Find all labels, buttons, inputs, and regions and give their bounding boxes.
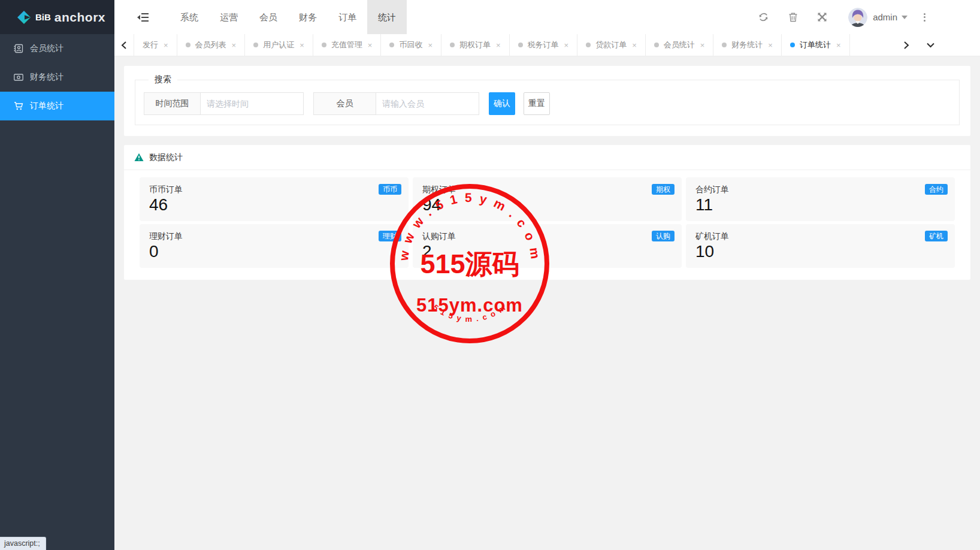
contacts-icon [14,44,23,53]
header: 系统 运营 会员 财务 订单 统计 [114,0,980,34]
tab-loan-orders[interactable]: 贷款订单 × [577,34,646,56]
stat-card-contract-orders: 合约订单 11 合约 [686,177,955,221]
tabbar: 发行 × 会员列表 × 用户认证 × 充值管理 × 币回收 × 期权订单 × 税… [114,34,980,56]
nav-item-statistics[interactable]: 统计 [367,0,407,34]
refresh-button[interactable] [749,0,778,34]
card-badge: 理财 [379,231,401,241]
sidebar: BiB anchorx 会员统计 财务统计 订 [0,0,114,550]
reset-button[interactable]: 重置 [524,92,550,115]
tab-label: 财务统计 [731,40,763,50]
card-label: 理财订单 [149,231,399,241]
sidebar-item-label: 财务统计 [30,72,63,83]
card-label: 币币订单 [149,185,399,195]
tabs-scroll-left-button[interactable] [114,34,134,56]
fullscreen-icon [817,12,827,22]
stat-card-subscribe-orders: 认购订单 2 认购 [413,224,682,268]
tab-member-list[interactable]: 会员列表 × [177,34,246,56]
app-logo[interactable]: BiB anchorx [0,0,114,34]
card-value: 2 [422,243,672,260]
nav-item-orders[interactable]: 订单 [328,0,367,34]
main-content: 搜索 时间范围 会员 确认 重置 数据统计 [114,56,980,550]
tab-close-icon[interactable]: × [164,41,168,50]
cart-icon [14,101,23,111]
card-label: 矿机订单 [695,231,945,241]
card-badge: 矿机 [925,231,948,241]
clear-cache-button[interactable] [778,0,807,34]
stats-panel: 数据统计 币币订单 46 币币 期权订单 94 期权 合约订单 11 合约 理财… [124,145,970,280]
tab-option-orders[interactable]: 期权订单 × [441,34,510,56]
card-label: 合约订单 [695,185,945,195]
user-name[interactable]: admin [873,12,897,22]
refresh-icon [758,12,769,22]
member-input[interactable] [376,92,479,115]
tab-close-icon[interactable]: × [368,41,373,50]
tab-close-icon[interactable]: × [564,41,569,50]
tab-controls [894,34,980,56]
logo-name-text: anchorx [55,10,105,25]
search-panel: 搜索 时间范围 会员 确认 重置 [124,66,970,136]
tab-label: 税务订单 [528,40,559,50]
tab-close-icon[interactable]: × [700,41,705,50]
tab-dot-icon [450,43,455,47]
tabs-scroll-right-button[interactable] [894,34,918,56]
nav-item-operations[interactable]: 运营 [209,0,249,34]
tab-order-stats[interactable]: 订单统计 × [782,34,850,56]
stat-card-option-orders: 期权订单 94 期权 [413,177,682,221]
card-badge: 期权 [652,184,674,195]
tab-issue[interactable]: 发行 × [134,34,177,56]
finance-icon [14,72,23,82]
menu-fold-icon [137,13,149,22]
sidebar-item-order-stats[interactable]: 订单统计 [0,92,114,120]
tab-dot-icon [518,43,523,47]
tab-dot-icon [654,43,659,47]
tab-label: 会员列表 [195,40,226,50]
sidebar-item-label: 会员统计 [30,43,63,54]
stat-card-coin-orders: 币币订单 46 币币 [140,177,409,221]
tab-coin-recycle[interactable]: 币回收 × [381,34,441,56]
sidebar-item-member-stats[interactable]: 会员统计 [0,34,114,63]
tabs-menu-button[interactable] [918,34,942,56]
top-nav: 系统 运营 会员 财务 订单 统计 [170,0,407,34]
brand-icon [17,10,31,25]
card-value: 10 [695,243,945,260]
avatar-image [848,8,867,27]
collapse-sidebar-button[interactable] [126,0,160,34]
tab-close-icon[interactable]: × [428,41,432,50]
chevron-down-icon [927,43,934,48]
tab-member-stats[interactable]: 会员统计 × [646,34,714,56]
tab-close-icon[interactable]: × [836,41,841,50]
nav-item-members[interactable]: 会员 [249,0,288,34]
user-avatar[interactable] [848,8,867,27]
tab-user-auth[interactable]: 用户认证 × [245,34,313,56]
search-row: 时间范围 会员 确认 重置 [144,92,951,115]
time-range-input[interactable] [201,92,304,115]
tab-close-icon[interactable]: × [632,41,637,50]
stats-header: 数据统计 [124,145,970,170]
stats-cards: 币币订单 46 币币 期权订单 94 期权 合约订单 11 合约 理财订单 0 … [124,170,970,268]
card-badge: 币币 [379,184,401,195]
card-value: 46 [149,196,399,213]
tab-dot-icon [186,43,190,47]
tab-label: 会员统计 [664,40,695,50]
tab-tax-orders[interactable]: 税务订单 × [510,34,578,56]
warning-triangle-icon [134,153,144,162]
stats-title: 数据统计 [149,152,183,163]
fullscreen-button[interactable] [807,0,837,34]
tab-finance-stats[interactable]: 财务统计 × [713,34,782,56]
more-options-button[interactable] [920,11,928,23]
logo-short-text: BiB [35,12,51,22]
tab-close-icon[interactable]: × [768,41,773,50]
confirm-button[interactable]: 确认 [489,92,515,115]
trash-icon [788,12,798,22]
tab-label: 币回收 [399,40,422,50]
tab-close-icon[interactable]: × [496,41,501,50]
tab-dot-icon [322,43,326,47]
browser-status-tooltip: javascript:; [0,537,46,550]
tab-close-icon[interactable]: × [300,41,304,50]
user-menu-caret-icon[interactable] [902,16,908,19]
nav-item-finance[interactable]: 财务 [288,0,328,34]
sidebar-item-finance-stats[interactable]: 财务统计 [0,63,114,92]
tab-close-icon[interactable]: × [232,41,237,50]
tab-recharge[interactable]: 充值管理 × [313,34,382,56]
nav-item-system[interactable]: 系统 [170,0,209,34]
